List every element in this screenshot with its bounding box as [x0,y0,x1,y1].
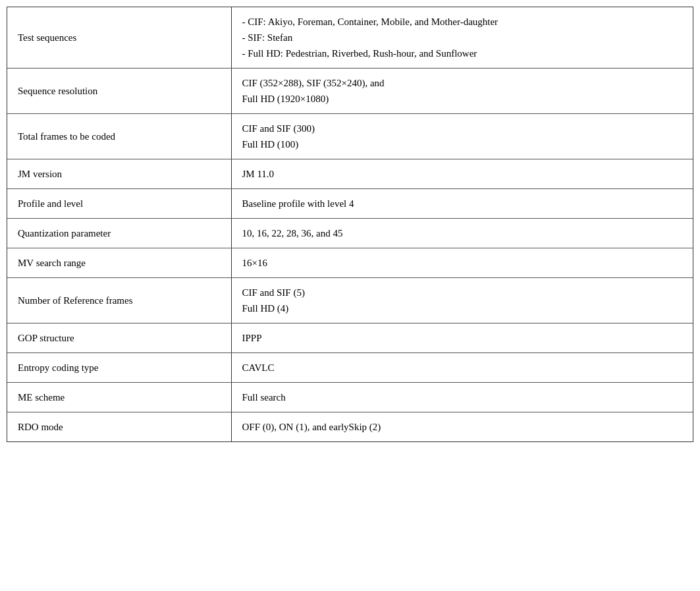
parameter-table: Test sequences- CIF: Akiyo, Foreman, Con… [7,7,693,442]
row-label: JM version [7,159,231,189]
row-value: - CIF: Akiyo, Foreman, Container, Mobile… [231,7,693,69]
row-label: RDO mode [7,412,231,442]
table-row: JM versionJM 11.0 [7,159,693,189]
row-label: GOP structure [7,324,231,353]
row-value: Full search [231,383,693,412]
row-value: CIF and SIF (5)Full HD (4) [231,278,693,324]
row-label: Test sequences [7,7,231,69]
table-row: ME schemeFull search [7,383,693,412]
table-row: GOP structureIPPP [7,324,693,353]
row-value: JM 11.0 [231,159,693,189]
row-label: Profile and level [7,189,231,219]
row-label: ME scheme [7,383,231,412]
table-row: Entropy coding typeCAVLC [7,353,693,383]
table-row: MV search range16×16 [7,248,693,278]
row-label: Quantization parameter [7,219,231,248]
row-value: Baseline profile with level 4 [231,189,693,219]
table-row: Quantization parameter10, 16, 22, 28, 36… [7,219,693,248]
table-row: Sequence resolutionCIF (352×288), SIF (3… [7,69,693,114]
row-value: CAVLC [231,353,693,383]
row-label: Total frames to be coded [7,114,231,159]
row-value: 10, 16, 22, 28, 36, and 45 [231,219,693,248]
row-value: IPPP [231,324,693,353]
table-row: Total frames to be codedCIF and SIF (300… [7,114,693,159]
row-label: MV search range [7,248,231,278]
row-label: Sequence resolution [7,69,231,114]
row-value: OFF (0), ON (1), and earlySkip (2) [231,412,693,442]
table-row: Number of Reference framesCIF and SIF (5… [7,278,693,324]
row-value: 16×16 [231,248,693,278]
table-row: RDO modeOFF (0), ON (1), and earlySkip (… [7,412,693,442]
table-row: Test sequences- CIF: Akiyo, Foreman, Con… [7,7,693,69]
row-label: Entropy coding type [7,353,231,383]
row-value: CIF and SIF (300)Full HD (100) [231,114,693,159]
row-value: CIF (352×288), SIF (352×240), andFull HD… [231,69,693,114]
row-label: Number of Reference frames [7,278,231,324]
table-row: Profile and levelBaseline profile with l… [7,189,693,219]
